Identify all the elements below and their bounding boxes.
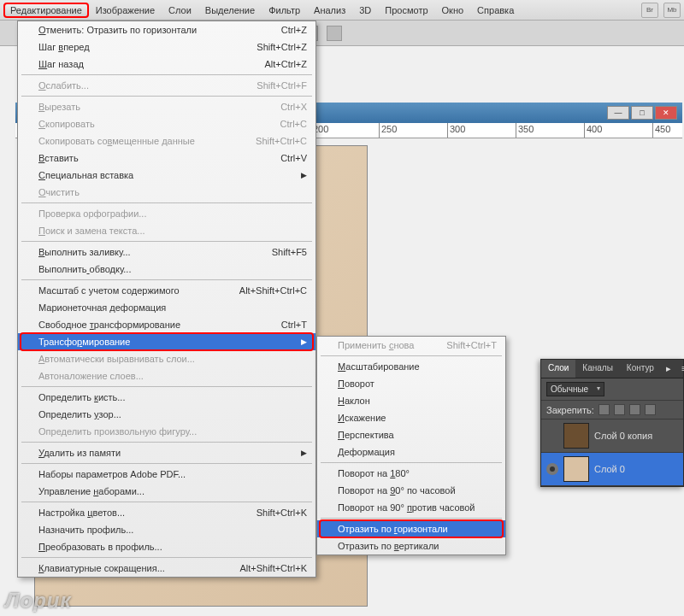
- mb-icon[interactable]: Mb: [663, 3, 681, 18]
- menu-item[interactable]: Шаг впередShift+Ctrl+Z: [18, 38, 315, 56]
- menu-item[interactable]: Деформация: [317, 443, 505, 461]
- menu-изображение[interactable]: Изображение: [89, 3, 162, 18]
- menu-item-label: Поворот на 90° по часовой: [338, 485, 456, 496]
- br-icon[interactable]: Br: [641, 3, 658, 18]
- minimize-button[interactable]: —: [607, 106, 629, 120]
- menu-item[interactable]: Определить узор...: [18, 406, 315, 423]
- menu-item[interactable]: Перспектива: [317, 426, 505, 443]
- menu-item[interactable]: Настройка цветов...Shift+Ctrl+K: [18, 504, 315, 521]
- menu-item[interactable]: Отменить: Отразить по горизонталиCtrl+Z: [18, 21, 315, 38]
- menu-item-label: Проверка орфографии...: [38, 208, 146, 219]
- menu-item[interactable]: Наклон: [317, 392, 505, 409]
- menu-item-label: Отразить по горизонтали: [338, 524, 448, 534]
- visibility-eye-icon[interactable]: [546, 430, 558, 442]
- menu-item-label: Настройка цветов...: [38, 507, 125, 518]
- menu-item-label: Трансформирование: [38, 337, 130, 347]
- menu-item[interactable]: Наборы параметров Adobe PDF...: [18, 466, 315, 483]
- menu-item-shortcut: Ctrl+X: [280, 102, 307, 112]
- blend-mode-combo[interactable]: Обычные: [546, 382, 604, 396]
- menu-item[interactable]: Поворот: [317, 375, 505, 392]
- tab-channels[interactable]: Каналы: [575, 360, 620, 378]
- menu-item[interactable]: Выполнить заливку...Shift+F5: [18, 243, 315, 261]
- lock-position-icon[interactable]: [629, 404, 640, 415]
- menu-item-label: Масштаб с учетом содержимого: [38, 285, 180, 296]
- menu-item-label: Определить кисть...: [38, 392, 125, 402]
- maximize-button[interactable]: □: [631, 106, 653, 120]
- menubar-items: РедактированиеИзображениеСлоиВыделениеФи…: [3, 3, 521, 18]
- menu-item: Проверка орфографии...: [18, 205, 315, 222]
- menu-separator: [21, 463, 312, 464]
- close-button[interactable]: ✕: [655, 106, 677, 120]
- lock-transparency-icon[interactable]: [598, 404, 610, 415]
- menu-item-label: Управление наборами...: [38, 486, 144, 496]
- menu-справка[interactable]: Справка: [470, 3, 521, 18]
- menu-item[interactable]: Масштаб с учетом содержимогоAlt+Shift+Ct…: [18, 282, 315, 299]
- menu-просмотр[interactable]: Просмотр: [378, 3, 434, 18]
- menu-item-shortcut: Ctrl+Z: [281, 25, 307, 35]
- menu-item-shortcut: Alt+Shift+Ctrl+C: [239, 285, 307, 296]
- menu-item[interactable]: Шаг назадAlt+Ctrl+Z: [18, 56, 315, 73]
- menu-item-shortcut: Ctrl+V: [280, 153, 307, 163]
- layer-row[interactable]: Слой 0 копия: [541, 419, 683, 453]
- menu-separator: [21, 96, 312, 97]
- menu-item[interactable]: Определить кисть...: [18, 389, 315, 406]
- lock-pixels-icon[interactable]: [614, 404, 625, 415]
- menu-separator: [21, 279, 312, 280]
- menu-item[interactable]: Поворот на 90° по часовой: [317, 482, 505, 499]
- menu-редактирование[interactable]: Редактирование: [3, 3, 89, 18]
- window-buttons: — □ ✕: [607, 106, 677, 120]
- collapse-icon[interactable]: ▸: [661, 360, 676, 378]
- layer-row[interactable]: Слой 0: [541, 453, 683, 486]
- menu-item[interactable]: Удалить из памяти▶: [18, 444, 315, 461]
- menu-item[interactable]: Специальная вставка▶: [18, 167, 315, 184]
- menu-item[interactable]: Трансформирование▶: [18, 333, 315, 350]
- menu-item[interactable]: Поворот на 90° против часовой: [317, 499, 505, 516]
- layer-thumbnail[interactable]: [563, 423, 589, 449]
- menu-item[interactable]: Масштабирование: [317, 358, 505, 375]
- menu-icon[interactable]: ≡: [676, 360, 684, 378]
- menu-фильтр[interactable]: Фильтр: [262, 3, 307, 18]
- menu-item[interactable]: ВставитьCtrl+V: [18, 150, 315, 167]
- menu-item[interactable]: Поворот на 180°: [317, 465, 505, 482]
- menu-item[interactable]: Управление наборами...: [18, 483, 315, 500]
- submenu-arrow-icon: ▶: [301, 449, 307, 457]
- menu-item-label: Шаг вперед: [38, 42, 90, 52]
- menu-item[interactable]: Назначить профиль...: [18, 521, 315, 538]
- menu-item-shortcut: Shift+Ctrl+Z: [256, 42, 307, 52]
- layer-name[interactable]: Слой 0 копия: [594, 431, 652, 441]
- menu-item[interactable]: Отразить по горизонтали: [317, 520, 505, 537]
- menu-separator: [321, 518, 502, 519]
- menu-слои[interactable]: Слои: [162, 3, 198, 18]
- menubar: РедактированиеИзображениеСлоиВыделениеФи…: [0, 0, 684, 21]
- visibility-eye-icon[interactable]: [546, 463, 558, 475]
- menu-item[interactable]: Отразить по вертикали: [317, 537, 505, 554]
- menu-item[interactable]: Свободное трансформированиеCtrl+T: [18, 316, 315, 333]
- menu-выделение[interactable]: Выделение: [198, 3, 262, 18]
- lock-label: Закрепить:: [546, 405, 594, 415]
- menu-item[interactable]: Марионеточная деформация: [18, 299, 315, 316]
- tab-paths[interactable]: Контур: [620, 360, 661, 378]
- ruler-tick: 350: [516, 123, 535, 138]
- menu-item[interactable]: Клавиатурные сокращения...Alt+Shift+Ctrl…: [18, 560, 315, 577]
- menu-3d[interactable]: 3D: [352, 3, 378, 18]
- menu-окно[interactable]: Окно: [435, 3, 471, 18]
- menu-separator: [321, 462, 502, 463]
- menu-item: Скопировать совмещенные данныеShift+Ctrl…: [18, 132, 315, 150]
- menu-item[interactable]: Искажение: [317, 409, 505, 426]
- menu-item-label: Определить узор...: [38, 409, 121, 419]
- menu-item[interactable]: Преобразовать в профиль...: [18, 538, 315, 555]
- menu-item-label: Скопировать: [38, 119, 95, 129]
- menu-separator: [21, 442, 312, 443]
- menu-item-label: Назначить профиль...: [38, 525, 133, 535]
- tab-layers[interactable]: Слои: [541, 360, 575, 378]
- tool-icon[interactable]: [327, 26, 342, 41]
- lock-row: Закрепить:: [541, 401, 683, 419]
- layer-thumbnail[interactable]: [563, 456, 589, 482]
- menu-анализ[interactable]: Анализ: [307, 3, 352, 18]
- menu-item[interactable]: Выполнить обводку...: [18, 261, 315, 278]
- layer-name[interactable]: Слой 0: [594, 464, 625, 474]
- menu-item: Очистить: [18, 184, 315, 201]
- menu-item-label: Свободное трансформирование: [38, 320, 180, 330]
- menu-separator: [21, 74, 312, 75]
- lock-all-icon[interactable]: [645, 404, 656, 415]
